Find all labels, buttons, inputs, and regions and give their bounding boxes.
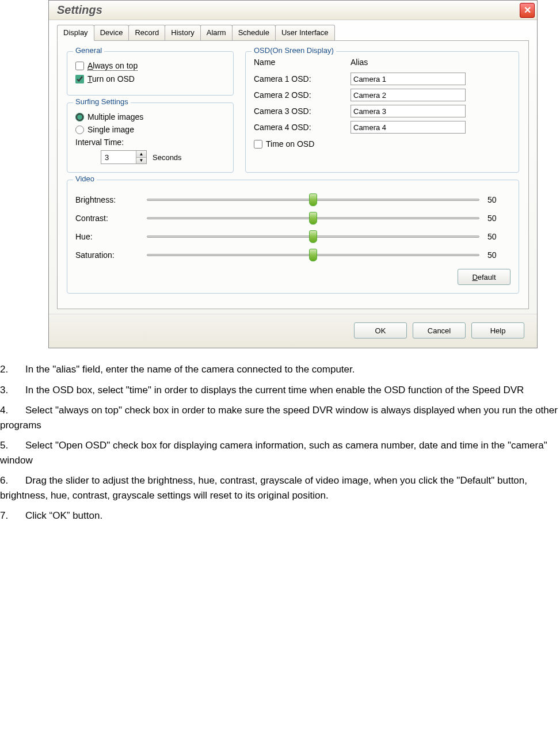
time-on-osd-label: Time on OSD xyxy=(266,139,314,149)
contrast-slider[interactable] xyxy=(147,217,479,219)
tab-schedule[interactable]: Schedule xyxy=(232,25,276,40)
brightness-row: Brightness: 50 xyxy=(75,195,511,204)
hue-slider[interactable] xyxy=(147,235,479,238)
video-legend: Video xyxy=(73,174,97,183)
general-legend: General xyxy=(73,46,104,55)
interval-label: Interval Time: xyxy=(75,138,225,147)
osd-row-name: Camera 3 OSD: xyxy=(254,107,346,116)
saturation-label: Saturation: xyxy=(75,250,139,260)
settings-dialog: Settings ✕ Display Device Record History… xyxy=(48,0,538,348)
help-button[interactable]: Help xyxy=(471,322,524,339)
osd-row-name: Camera 4 OSD: xyxy=(254,123,346,132)
slider-thumb-icon[interactable] xyxy=(309,193,317,206)
osd-alias-header: Alias xyxy=(351,58,466,67)
close-icon[interactable]: ✕ xyxy=(520,3,535,18)
step-2-text: In the "alias" field, enter the name of … xyxy=(25,364,355,375)
step-number: 3. xyxy=(0,383,25,398)
surfing-group: Surfing Settings Multiple images Single … xyxy=(67,102,234,173)
hue-row: Hue: 50 xyxy=(75,232,511,241)
tab-display[interactable]: Display xyxy=(57,25,94,41)
contrast-label: Contrast: xyxy=(75,214,139,223)
osd-alias-input-4[interactable] xyxy=(351,121,466,134)
general-group: General Always on top Turn on OSD xyxy=(67,51,234,96)
spinner-down-icon[interactable]: ▼ xyxy=(136,158,146,164)
contrast-row: Contrast: 50 xyxy=(75,214,511,223)
default-button[interactable]: Default xyxy=(458,269,511,285)
dialog-title: Settings xyxy=(57,3,102,17)
brightness-label: Brightness: xyxy=(75,195,139,204)
osd-name-header: Name xyxy=(254,58,346,67)
step-6-text: Drag the slider to adjust the brightness… xyxy=(0,475,527,501)
osd-alias-input-3[interactable] xyxy=(351,105,466,117)
osd-row-name: Camera 1 OSD: xyxy=(254,74,346,83)
hue-value: 50 xyxy=(487,232,511,241)
tab-device[interactable]: Device xyxy=(94,25,129,40)
surfing-legend: Surfing Settings xyxy=(73,97,131,106)
single-image-label: Single image xyxy=(87,125,134,134)
always-on-top-label: Always on top xyxy=(87,61,138,71)
osd-row-name: Camera 2 OSD: xyxy=(254,90,346,100)
saturation-row: Saturation: 50 xyxy=(75,250,511,260)
time-on-osd-checkbox[interactable] xyxy=(254,140,262,149)
cancel-button[interactable]: Cancel xyxy=(413,322,466,339)
step-3-text: In the OSD box, select "time" in order t… xyxy=(25,385,524,396)
video-group: Video Brightness: 50 Contrast: 50 Hue: 5… xyxy=(67,180,519,294)
brightness-slider[interactable] xyxy=(147,199,479,201)
single-image-radio[interactable] xyxy=(75,126,84,134)
step-4-text: Select "always on top" check box in orde… xyxy=(0,405,558,431)
hue-label: Hue: xyxy=(75,232,139,241)
step-7-text: Click “OK” button. xyxy=(25,510,102,521)
slider-thumb-icon[interactable] xyxy=(309,249,317,261)
dialog-buttons: OK Cancel Help xyxy=(49,314,537,348)
saturation-slider[interactable] xyxy=(147,254,479,256)
slider-thumb-icon[interactable] xyxy=(309,212,317,225)
instructions-text: 2.In the "alias" field, enter the name o… xyxy=(0,354,560,541)
multiple-images-radio[interactable] xyxy=(75,113,84,121)
slider-thumb-icon[interactable] xyxy=(309,230,317,243)
osd-group: OSD(On Sreen Display) Name Alias Camera … xyxy=(245,51,519,173)
step-number: 5. xyxy=(0,438,25,453)
step-number: 4. xyxy=(0,403,25,418)
turn-on-osd-checkbox[interactable] xyxy=(75,75,84,83)
step-number: 7. xyxy=(0,508,25,523)
interval-input[interactable] xyxy=(101,151,136,164)
brightness-value: 50 xyxy=(487,195,511,204)
turn-on-osd-label: Turn on OSD xyxy=(87,74,135,83)
contrast-value: 50 xyxy=(487,214,511,223)
titlebar: Settings ✕ xyxy=(49,1,537,20)
multiple-images-label: Multiple images xyxy=(87,112,143,121)
saturation-value: 50 xyxy=(487,250,511,260)
step-number: 2. xyxy=(0,362,25,377)
osd-alias-input-1[interactable] xyxy=(351,73,466,85)
tab-history[interactable]: History xyxy=(165,25,200,40)
spinner-up-icon[interactable]: ▲ xyxy=(136,151,146,158)
tab-record[interactable]: Record xyxy=(128,25,165,40)
step-number: 6. xyxy=(0,473,25,488)
osd-alias-input-2[interactable] xyxy=(351,89,466,101)
interval-spinner[interactable]: ▲ ▼ xyxy=(101,150,147,164)
tabstrip: Display Device Record History Alarm Sche… xyxy=(49,20,537,40)
interval-unit: Seconds xyxy=(153,153,182,162)
osd-legend: OSD(On Sreen Display) xyxy=(252,46,336,55)
step-5-text: Select "Open OSD" check box for displayi… xyxy=(0,440,547,466)
tab-alarm[interactable]: Alarm xyxy=(200,25,233,40)
tab-user-interface[interactable]: User Interface xyxy=(275,25,335,40)
ok-button[interactable]: OK xyxy=(354,322,407,339)
display-panel: General Always on top Turn on OSD Surfin… xyxy=(57,40,529,309)
always-on-top-checkbox[interactable] xyxy=(75,62,84,70)
